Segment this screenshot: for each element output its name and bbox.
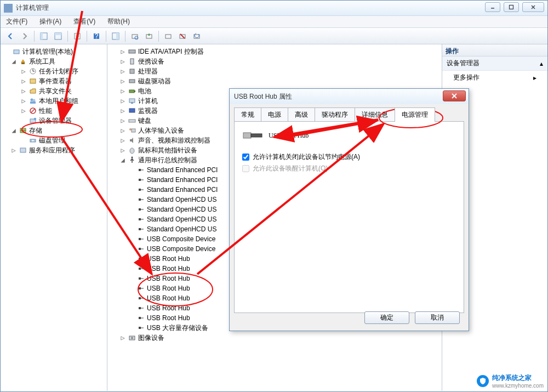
svg-rect-1 [510, 5, 513, 9]
close-button[interactable] [522, 2, 544, 12]
window-title: 计算机管理 [16, 3, 544, 13]
tree-event-viewer[interactable]: ▷事件查看器 [2, 76, 106, 86]
watermark-sub: www.kzmyhome.com [492, 383, 544, 389]
label: 存储 [29, 126, 42, 135]
label: 鼠标和其他指针设备 [138, 146, 197, 155]
tree-device-manager[interactable]: 设备管理器 [2, 116, 106, 126]
label: 通用串行总线控制器 [138, 156, 197, 165]
tree-shared-folders[interactable]: ▷共享文件夹 [2, 86, 106, 96]
svg-rect-43 [129, 79, 135, 83]
dev-disk-drives[interactable]: ▷磁盘驱动器 [109, 76, 441, 86]
tool-update[interactable] [142, 30, 156, 43]
tool-view2[interactable] [52, 30, 65, 43]
dev-portable[interactable]: ▷便携设备 [109, 56, 441, 66]
checkbox-input[interactable] [242, 154, 249, 161]
actions-more[interactable]: 更多操作 ▸ [442, 71, 547, 84]
dev-cpu[interactable]: ▷处理器 [109, 66, 441, 76]
window-controls [485, 2, 544, 12]
tool-panel[interactable] [109, 30, 122, 43]
label: 性能 [39, 106, 52, 116]
label: USB Composite Device [147, 245, 215, 253]
tab-advanced[interactable]: 高级 [288, 107, 315, 122]
tool-disable[interactable] [176, 30, 189, 43]
dialog-title-bar: USB Root Hub 属性 [230, 89, 469, 104]
tree-performance[interactable]: ▷性能 [2, 106, 106, 116]
forward-button[interactable] [18, 30, 31, 43]
tree-storage[interactable]: ◢存储 [2, 126, 106, 135]
menu-view[interactable]: 查看(V) [71, 16, 98, 27]
tab-driver[interactable]: 驱动程序 [315, 107, 355, 122]
svg-rect-56 [139, 179, 141, 181]
tree-system-tools[interactable]: ◢系统工具 [2, 56, 106, 66]
svg-rect-76 [139, 277, 141, 280]
chevron-right-icon: ▸ [533, 74, 536, 82]
checkbox-allow-wake: 允许此设备唤醒计算机(O) [242, 164, 456, 173]
dialog-buttons: 确定 取消 [364, 311, 460, 324]
tool-refresh[interactable] [190, 30, 203, 43]
separator [158, 31, 159, 42]
back-button[interactable] [4, 30, 17, 43]
minimize-button[interactable] [485, 2, 500, 12]
label: USB Root Hub [147, 275, 190, 282]
maximize-button[interactable] [504, 2, 519, 12]
svg-point-29 [33, 99, 36, 102]
svg-rect-39 [20, 148, 26, 152]
tool-properties[interactable] [71, 30, 84, 43]
checkbox-label: 允许此设备唤醒计算机(O) [253, 164, 328, 173]
tree-task-scheduler[interactable]: ▷任务计划程序 [2, 66, 106, 76]
actions-device-manager[interactable]: 设备管理器 ▴ [442, 56, 547, 71]
label: 处理器 [138, 67, 158, 76]
tab-general[interactable]: 常规 [234, 107, 261, 122]
svg-rect-44 [129, 90, 134, 93]
svg-rect-27 [30, 79, 36, 83]
label: 便携设备 [138, 57, 164, 66]
svg-rect-36 [20, 130, 26, 133]
label: USB Composite Device [147, 235, 215, 243]
svg-rect-34 [34, 118, 36, 120]
ok-button[interactable]: 确定 [364, 311, 409, 324]
label: USB Root Hub [147, 265, 190, 272]
svg-rect-82 [139, 307, 141, 309]
properties-dialog: USB Root Hub 属性 常规 电源 高级 驱动程序 详细信息 电源管理 … [229, 88, 469, 331]
tab-details[interactable]: 详细信息 [355, 107, 395, 122]
tab-power-management[interactable]: 电源管理 [395, 107, 435, 122]
svg-rect-92 [243, 133, 251, 138]
separator [125, 31, 125, 42]
label: 更多操作 [453, 73, 480, 82]
cancel-button[interactable]: 取消 [415, 311, 460, 324]
label: Standard OpenHCD US [147, 196, 216, 203]
tree-disk-management[interactable]: 磁盘管理 [2, 135, 106, 145]
label: USB 大容量存储设备 [147, 323, 208, 333]
svg-rect-86 [139, 327, 141, 329]
tree-local-users[interactable]: ▷本地用户和组 [2, 96, 106, 106]
dev-imaging[interactable]: ▷图像设备 [109, 333, 441, 343]
svg-rect-23 [21, 63, 25, 64]
tree-services[interactable]: ▷服务和应用程序 [2, 145, 106, 155]
tab-power[interactable]: 电源 [261, 107, 288, 122]
tree-root[interactable]: 计算机管理(本地) [2, 47, 106, 56]
tool-uninstall[interactable] [162, 30, 175, 43]
label: 监视器 [138, 106, 158, 116]
nav-tree-panel: 计算机管理(本地) ◢系统工具 ▷任务计划程序 ▷事件查看器 ▷共享文件夹 ▷本… [1, 44, 107, 391]
menu-action[interactable]: 操作(A) [37, 16, 64, 27]
tool-help[interactable]: ? [90, 30, 103, 43]
tool-view1[interactable] [37, 30, 50, 43]
dialog-close-button[interactable] [443, 90, 466, 101]
label: Standard OpenHCD US [147, 206, 216, 213]
app-icon [4, 4, 13, 13]
label: 人体学输入设备 [138, 126, 184, 135]
tool-scan[interactable] [128, 30, 141, 43]
menu-help[interactable]: 帮助(H) [105, 16, 132, 27]
menu-file[interactable]: 文件(F) [4, 16, 30, 27]
dev-ide[interactable]: ▷IDE ATA/ATAPI 控制器 [109, 47, 441, 56]
svg-rect-62 [139, 208, 141, 211]
separator [34, 31, 35, 42]
svg-point-89 [131, 337, 133, 339]
svg-rect-84 [139, 317, 141, 319]
svg-point-53 [132, 157, 133, 158]
checkbox-allow-power-off[interactable]: 允许计算机关闭此设备以节约电源(A) [242, 152, 456, 162]
watermark: 纯净系统之家 www.kzmyhome.com [477, 373, 544, 389]
title-bar: 计算机管理 [1, 1, 547, 16]
separator [106, 31, 106, 42]
label: 设备管理器 [39, 116, 72, 126]
